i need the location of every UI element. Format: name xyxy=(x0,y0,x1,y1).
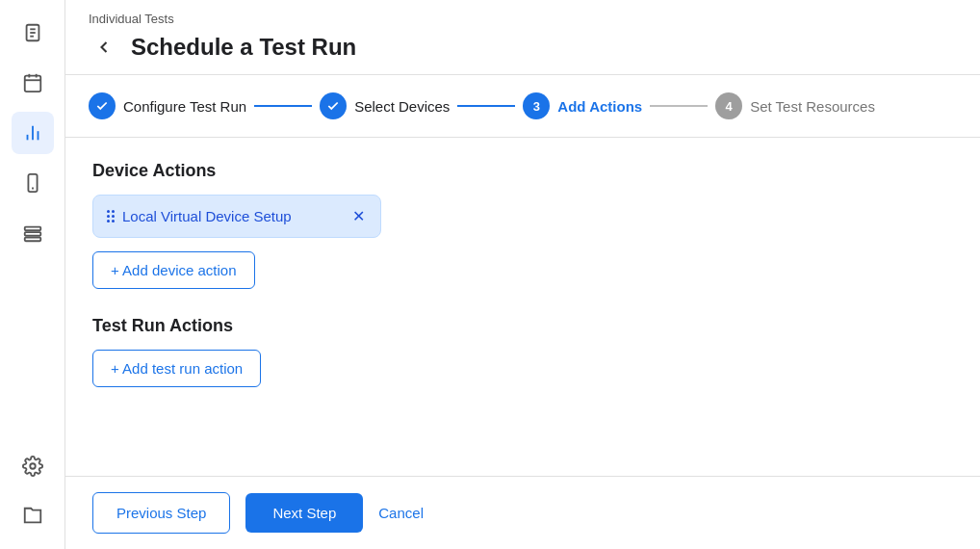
svg-rect-11 xyxy=(28,174,37,192)
header: Individual Tests Schedule a Test Run xyxy=(65,0,980,75)
add-device-action-button[interactable]: + Add device action xyxy=(92,251,255,289)
connector-1 xyxy=(254,105,312,107)
main-content: Individual Tests Schedule a Test Run Con… xyxy=(65,0,980,549)
page-title: Schedule a Test Run xyxy=(131,34,356,61)
footer: Previous Step Next Step Cancel xyxy=(65,476,980,549)
device-action-label: Local Virtual Device Setup xyxy=(122,208,343,224)
breadcrumb: Individual Tests xyxy=(89,12,957,26)
stepper: Configure Test Run Select Devices 3 Add … xyxy=(65,75,980,138)
step-label-select-devices: Select Devices xyxy=(354,98,450,115)
add-test-run-action-button[interactable]: + Add test run action xyxy=(92,350,261,387)
test-run-actions-title: Test Run Actions xyxy=(92,316,953,336)
device-action-chip[interactable]: Local Virtual Device Setup ✕ xyxy=(92,195,381,238)
svg-rect-4 xyxy=(24,76,40,92)
step-configure: Configure Test Run xyxy=(89,92,246,119)
device-actions-section: Device Actions Local Vi xyxy=(92,161,953,289)
device-actions-title: Device Actions xyxy=(92,161,953,181)
sidebar-item-layers[interactable] xyxy=(12,212,54,254)
sidebar-item-calendar[interactable] xyxy=(12,62,54,104)
step-circle-set-resources: 4 xyxy=(715,92,742,119)
step-circle-select-devices xyxy=(320,92,347,119)
step-add-actions: 3 Add Actions xyxy=(523,92,642,119)
step-select-devices: Select Devices xyxy=(320,92,450,119)
step-circle-add-actions: 3 xyxy=(523,92,550,119)
content-area: Device Actions Local Vi xyxy=(65,138,980,476)
drag-handle-icon[interactable] xyxy=(107,210,115,222)
step-label-configure: Configure Test Run xyxy=(123,98,246,115)
next-step-button[interactable]: Next Step xyxy=(245,493,363,533)
cancel-button[interactable]: Cancel xyxy=(378,505,424,521)
svg-rect-13 xyxy=(24,227,40,231)
sidebar-item-settings[interactable] xyxy=(12,445,54,487)
sidebar-item-tasks[interactable] xyxy=(12,12,54,54)
step-circle-configure xyxy=(89,92,116,119)
sidebar xyxy=(0,0,65,549)
device-action-close-button[interactable]: ✕ xyxy=(350,205,367,227)
connector-3 xyxy=(650,105,708,107)
step-label-set-resources: Set Test Resources xyxy=(750,98,875,115)
connector-2 xyxy=(457,105,515,107)
svg-point-16 xyxy=(30,463,36,469)
sidebar-item-files[interactable] xyxy=(12,495,54,537)
sidebar-item-devices[interactable] xyxy=(12,162,54,204)
back-button[interactable] xyxy=(89,32,119,63)
previous-step-button[interactable]: Previous Step xyxy=(92,492,230,534)
test-run-actions-section: Test Run Actions + Add test run action xyxy=(92,316,953,387)
svg-rect-14 xyxy=(24,232,40,236)
step-set-resources: 4 Set Test Resources xyxy=(715,92,875,119)
page-title-row: Schedule a Test Run xyxy=(89,32,957,74)
svg-rect-15 xyxy=(24,238,40,242)
sidebar-item-analytics[interactable] xyxy=(12,112,54,154)
step-label-add-actions: Add Actions xyxy=(557,98,642,115)
